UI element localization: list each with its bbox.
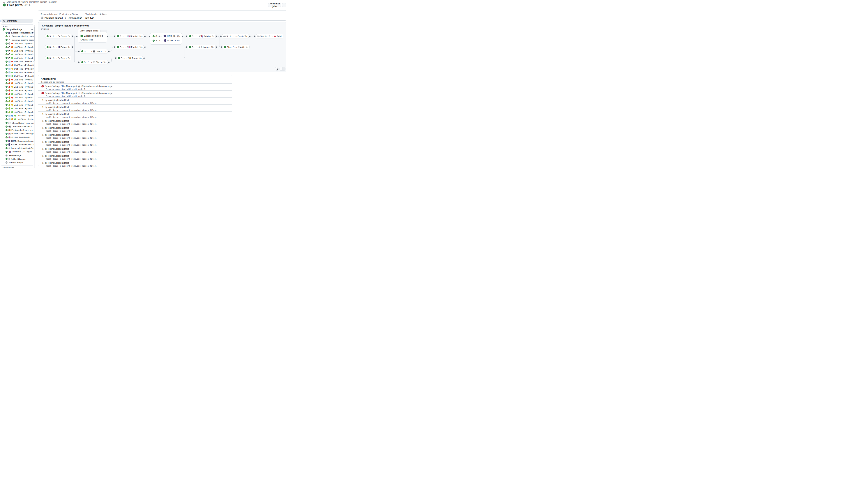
annotation-title[interactable]: pyTooling/upload-artifact: [45, 134, 69, 136]
sidebar-job-item[interactable]: Artifact Cleanup: [0, 157, 33, 161]
sidebar-job-item[interactable]: Unit Tests - Python 3.9: [0, 96, 33, 100]
annotation-title[interactable]: pyTooling/upload-artifact: [45, 113, 69, 115]
zoom-out-button[interactable]: −: [280, 67, 283, 70]
actor-pushed-text: Paebbels pushed: [45, 17, 63, 19]
sidebar-group-simplepackage[interactable]: SimplePackage: [3, 28, 33, 31]
dot-red-icon: [11, 79, 13, 81]
check-icon: [3, 28, 5, 31]
kebab-menu-button[interactable]: •••: [282, 3, 286, 7]
sidebar-scrollbar-thumb[interactable]: [34, 27, 35, 61]
sidebar-job-item[interactable]: Generate pipeline parameters: [0, 38, 33, 42]
sidebar-job-item[interactable]: Unit Tests - Python 3.12: [0, 89, 33, 92]
job-label: Unit Tests - Python 3.10: [14, 100, 34, 102]
sidebar-job-item[interactable]: Unit Tests - Python 3.9: [0, 60, 33, 63]
check-icon: [5, 126, 8, 128]
annotation-message: macOS doesn't support removing hidden fi…: [46, 109, 232, 111]
sidebar-job-item[interactable]: Generate pipeline parameters: [0, 34, 33, 38]
sidebar-job-item[interactable]: Unit Tests - Python 3.13: [0, 92, 33, 96]
graph-node[interactable]: S... / ... /Generate pipelin...0s: [45, 34, 71, 38]
annotation-title[interactable]: pyTooling/upload-artifact: [45, 99, 69, 101]
job-label: Unit Tests - Python 3.11: [14, 104, 34, 106]
annotation-title-prefix[interactable]: SimplePackage / DocCoverage /: [45, 85, 77, 87]
dot-green-icon: [14, 118, 16, 120]
back-arrow-icon[interactable]: ←: [3, 1, 5, 3]
graph-node[interactable]: S... / ... /Extract configur...4s: [45, 45, 71, 49]
docs-group-row[interactable]: S... / ... /HTML Docume...55s: [153, 34, 180, 38]
docs-group-row[interactable]: S... / ... /LaTeX Docume...51s: [153, 39, 180, 42]
sidebar-job-item[interactable]: HTML Documentation using ...: [0, 139, 33, 143]
sidebar-job-item[interactable]: ReleasePage: [0, 154, 33, 157]
scrollbar-up-arrow-icon[interactable]: [34, 25, 35, 26]
matrix-group-node[interactable]: 22 jobs completed Show all jobs: [78, 32, 107, 43]
chevron-up-icon[interactable]: [31, 29, 33, 30]
fullscreen-button[interactable]: [275, 67, 278, 71]
sidebar-job-item[interactable]: Unit Tests - Python 3.12: [0, 117, 33, 121]
check-icon: [153, 35, 155, 37]
sidebar-job-item[interactable]: Unit Tests - Python 3.9: [0, 78, 33, 82]
breadcrumb-label[interactable]: Verification of Pipeline Templates (Simp…: [6, 1, 57, 3]
annotation-title[interactable]: Check documentation coverage: [81, 85, 112, 87]
sidebar-job-item[interactable]: Unit Tests - Python 3.10: [0, 63, 33, 67]
annotation-title[interactable]: pyTooling/upload-artifact: [45, 162, 69, 164]
sidebar-job-item[interactable]: Unit Tests - Python 3.13: [0, 56, 33, 60]
sidebar-job-item[interactable]: Unit Tests - Python 3.11: [0, 85, 33, 89]
annotation-title-prefix[interactable]: SimplePackage / DocCoverage /: [45, 92, 77, 95]
annotation-row: pyTooling/upload-artifactmacOS doesn't s…: [38, 153, 232, 160]
annotation-title[interactable]: pyTooling/upload-artifact: [45, 148, 69, 150]
sidebar-job-item[interactable]: Unit Tests - Python 3.11: [0, 103, 33, 107]
apple-red-icon: [9, 86, 10, 88]
graph-node[interactable]: S... / ... /Publish to GH-P...7s: [188, 34, 216, 38]
annotation-title[interactable]: pyTooling/upload-artifact: [45, 127, 69, 129]
sidebar-job-item[interactable]: Publish Code Coverage Results: [0, 132, 33, 136]
breadcrumb[interactable]: ← Verification of Pipeline Templates (Si…: [3, 1, 57, 3]
annotation-title[interactable]: pyTooling/upload-artifact: [45, 141, 69, 143]
artifacts-column: Artifacts –: [100, 13, 107, 19]
annotation-title[interactable]: pyTooling/upload-artifact: [45, 120, 69, 122]
sidebar-job-item[interactable]: LaTeX Documentation using ...: [0, 143, 33, 146]
graph-node[interactable]: S... / ... /Intermediate A...16s: [188, 45, 216, 49]
sidebar-item-summary[interactable]: Summary: [1, 19, 33, 23]
sidebar-job-item[interactable]: Intermediate Artifact Cleanup: [0, 146, 33, 150]
sidebar-job-item[interactable]: Extract configurations from p...: [0, 31, 33, 34]
avatar[interactable]: [41, 17, 43, 19]
annotation-row: pyTooling/upload-artifactmacOS doesn't s…: [38, 160, 232, 167]
sidebar-job-item[interactable]: Unit Tests - Python 3.13: [0, 74, 33, 78]
sidebar-job-item[interactable]: Publish to GH-Pages: [0, 150, 33, 154]
annotation-title[interactable]: pyTooling/upload-artifact: [45, 106, 69, 109]
node-prefix: Simple... / ... /: [260, 35, 273, 38]
sidebar-job-item[interactable]: Unit Tests - Python 3.10: [0, 81, 33, 85]
job-label: Unit Tests - Python 3.12: [14, 53, 34, 55]
graph-node[interactable]: S... / ... /Package in Sou...18s: [116, 56, 143, 60]
sidebar-job-item[interactable]: Unit Tests - Python 3.12: [0, 114, 33, 118]
sidebar-job-item[interactable]: PublishOnPyPI: [0, 161, 33, 164]
sidebar-job-item[interactable]: Unit Tests - Python 3.11: [0, 67, 33, 71]
sidebar-job-item[interactable]: Unit Tests - Python 3.9: [0, 42, 33, 45]
graph-node[interactable]: S... / ... /Create 'Release Pa...: [222, 34, 249, 38]
sidebar-job-item[interactable]: Publish Test Results: [0, 135, 33, 139]
sidebar-job-item[interactable]: Unit Tests - Python 3.12: [0, 71, 33, 74]
matrix-stack-card: [100, 30, 107, 32]
zoom-in-button[interactable]: +: [283, 67, 285, 70]
sidebar-job-item[interactable]: Unit Tests - Python 3.12: [0, 106, 33, 110]
sidebar-job-item[interactable]: Unit Tests - Python 3.10: [0, 99, 33, 103]
job-label: Unit Tests - Python 3.12: [14, 107, 34, 110]
sidebar-job-item[interactable]: Unit Tests - Python 3.12: [0, 53, 33, 56]
graph-node[interactable]: Simple... / ... /Publish to PyPI: [256, 34, 283, 38]
sidebar-job-item[interactable]: Check documentation covera...: [0, 125, 33, 128]
graph-node[interactable]: S... / ... /Check docume...18s: [80, 60, 108, 64]
book-icon: [9, 140, 10, 142]
annotation-title[interactable]: pyTooling/upload-artifact: [45, 155, 69, 157]
sidebar-job-item[interactable]: Unit Tests - Python 3.13: [0, 110, 33, 114]
rerun-all-jobs-button[interactable]: Re-run all jobs: [268, 3, 282, 7]
graph-node[interactable]: Sim... / ... /Artifact Cleanup4s: [223, 45, 249, 49]
show-all-jobs-link[interactable]: Show all jobs: [81, 39, 107, 41]
graph-node[interactable]: S... / ... /Publish Test Re...13s: [116, 45, 144, 49]
graph-node[interactable]: S... / ... /Check Static Ty...17s: [80, 49, 108, 53]
annotation-title[interactable]: Check documentation coverage: [81, 92, 112, 95]
graph-node[interactable]: S... / ... /Publish Code C...20s: [116, 34, 144, 38]
sidebar-job-item[interactable]: Unit Tests - Python 3.10: [0, 45, 33, 49]
sidebar-job-item[interactable]: Check Static Typing using Pyt...: [0, 121, 33, 125]
graph-node[interactable]: S... / ... /Generate pipelin...0s: [45, 56, 71, 60]
sidebar-job-item[interactable]: Package in Source and Wheel...: [0, 128, 33, 132]
sidebar-job-item[interactable]: Unit Tests - Python 3.11: [0, 49, 33, 53]
